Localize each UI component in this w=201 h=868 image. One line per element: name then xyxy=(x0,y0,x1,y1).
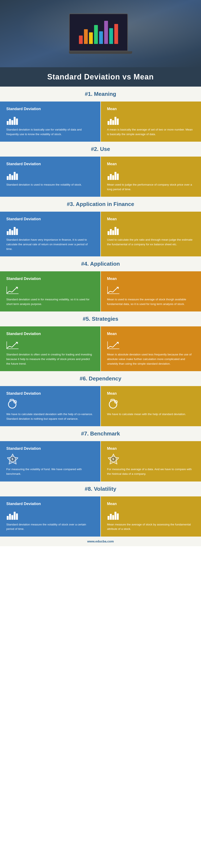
footer: www.educba.com xyxy=(0,536,201,546)
card-right-benchmark: Mean $ For measuring the average of a da… xyxy=(101,441,201,481)
card-text-right-volatility: Mean measure the average of stock by ass… xyxy=(107,522,195,531)
section-header-dependency: #6. Dependency xyxy=(0,371,201,386)
section-number-application-finance: #3. Application in Finance xyxy=(67,201,134,207)
card-text-right-application-finance: Used to calculate the p/e ratio and thro… xyxy=(107,238,195,247)
svg-rect-25 xyxy=(108,231,110,235)
card-icon-right-application xyxy=(107,284,120,294)
section-header-volatility: #8. Volatility xyxy=(0,482,201,496)
svg-rect-9 xyxy=(117,119,119,125)
svg-rect-28 xyxy=(115,227,116,235)
svg-rect-23 xyxy=(14,227,16,235)
card-title-right-meaning: Mean xyxy=(107,107,117,111)
svg-rect-18 xyxy=(115,172,116,180)
section-header-application: #4. Application xyxy=(0,256,201,271)
card-row-meaning: Standard Deviation Standard deviation is… xyxy=(0,101,201,142)
svg-rect-27 xyxy=(112,230,114,235)
card-text-left-application-finance: Standard deviation have very importance … xyxy=(6,238,94,251)
svg-rect-52 xyxy=(11,515,13,520)
card-title-left-volatility: Standard Deviation xyxy=(6,502,41,506)
card-text-left-benchmark: For measuring the volatility of fund. We… xyxy=(6,467,94,476)
card-icon-left-benchmark: $ xyxy=(6,454,19,464)
svg-rect-0 xyxy=(7,121,9,125)
card-left-strategies: Standard Deviation Standard deviation is… xyxy=(0,327,100,371)
svg-rect-8 xyxy=(115,117,116,125)
card-right-volatility: Mean Mean measure the average of stock b… xyxy=(101,496,201,536)
card-text-right-dependency: We have to calculate mean with the help … xyxy=(107,412,186,416)
card-icon-right-volatility xyxy=(107,509,120,520)
svg-rect-6 xyxy=(110,119,112,125)
svg-rect-4 xyxy=(16,119,18,125)
card-text-right-application: Mean is used to measure the average of s… xyxy=(107,297,195,306)
svg-rect-15 xyxy=(108,176,110,180)
card-title-right-dependency: Mean xyxy=(107,391,117,396)
card-text-left-volatility: Standard deviation measure the volatilit… xyxy=(6,522,94,531)
card-left-use: Standard Deviation Standard deviation is… xyxy=(0,157,100,197)
card-row-use: Standard Deviation Standard deviation is… xyxy=(0,157,201,197)
card-row-application-finance: Standard Deviation Standard deviation ha… xyxy=(0,212,201,256)
card-text-left-dependency: We have to calculate standard deviation … xyxy=(6,412,94,421)
card-left-volatility: Standard Deviation Standard deviation me… xyxy=(0,496,100,536)
svg-rect-20 xyxy=(7,231,9,235)
chart-graphic xyxy=(77,19,120,46)
card-title-left-meaning: Standard Deviation xyxy=(6,107,41,111)
card-title-left-benchmark: Standard Deviation xyxy=(6,446,41,451)
card-title-right-application: Mean xyxy=(107,277,117,281)
card-title-left-dependency: Standard Deviation xyxy=(6,391,41,396)
svg-rect-55 xyxy=(108,516,110,520)
svg-rect-3 xyxy=(14,117,16,125)
card-row-dependency: Standard Deviation ↑ We have to calculat… xyxy=(0,386,201,426)
card-icon-right-use xyxy=(107,169,120,180)
svg-rect-19 xyxy=(117,174,119,180)
card-title-right-volatility: Mean xyxy=(107,502,117,506)
svg-rect-26 xyxy=(110,229,112,235)
card-icon-left-use xyxy=(6,169,19,180)
section-number-dependency: #6. Dependency xyxy=(80,375,121,382)
card-text-left-strategies: Standard deviation is often used in crea… xyxy=(6,352,94,366)
svg-rect-5 xyxy=(108,121,110,125)
card-icon-left-dependency: ↑ xyxy=(6,399,19,409)
section-header-meaning: #1. Meaning xyxy=(0,87,201,101)
card-row-strategies: Standard Deviation Standard deviation is… xyxy=(0,327,201,371)
section-number-use: #2. Use xyxy=(91,146,110,152)
card-icon-left-meaning xyxy=(6,114,19,125)
svg-rect-51 xyxy=(9,514,11,520)
svg-rect-2 xyxy=(11,120,13,125)
svg-rect-50 xyxy=(7,516,9,520)
svg-rect-53 xyxy=(14,512,16,520)
svg-rect-16 xyxy=(110,174,112,180)
section-number-application: #4. Application xyxy=(81,260,120,267)
card-text-right-benchmark: For measuring the average of a data. And… xyxy=(107,467,195,476)
card-text-right-meaning: A mean is basically the average of set o… xyxy=(107,127,195,136)
svg-rect-17 xyxy=(112,175,114,180)
card-row-volatility: Standard Deviation Standard deviation me… xyxy=(0,496,201,536)
card-text-left-use: Standard deviation is used to measure th… xyxy=(6,182,82,187)
card-text-left-application: Standard deviation used in for measuring… xyxy=(6,297,94,306)
main-title: Standard Deviation vs Mean xyxy=(8,72,193,81)
laptop-base xyxy=(69,51,132,54)
section-header-strategies: #5. Strategies xyxy=(0,311,201,327)
card-title-left-application: Standard Deviation xyxy=(6,277,41,281)
laptop-screen xyxy=(69,13,128,51)
card-left-benchmark: Standard Deviation $ For measuring the v… xyxy=(0,441,100,481)
card-left-application: Standard Deviation Standard deviation us… xyxy=(0,271,100,311)
card-icon-right-meaning xyxy=(107,114,120,125)
section-number-benchmark: #7. Benchmark xyxy=(81,430,120,437)
card-icon-right-application-finance xyxy=(107,224,120,235)
svg-rect-56 xyxy=(110,514,112,520)
card-left-dependency: Standard Deviation ↑ We have to calculat… xyxy=(0,386,100,426)
section-header-application-finance: #3. Application in Finance xyxy=(0,197,201,212)
svg-rect-21 xyxy=(9,229,11,235)
svg-text:↑: ↑ xyxy=(15,401,16,403)
card-right-meaning: Mean A mean is basically the average of … xyxy=(101,101,201,142)
card-right-application-finance: Mean Used to calculate the p/e ratio and… xyxy=(101,212,201,256)
svg-rect-58 xyxy=(115,512,116,520)
card-icon-right-dependency: ↑ xyxy=(107,399,120,409)
card-icon-left-volatility xyxy=(6,509,19,520)
card-text-left-meaning: Standard deviation is basically use for … xyxy=(6,127,94,136)
section-number-strategies: #5. Strategies xyxy=(83,316,118,322)
card-right-strategies: Mean Mean is absolute deviation used les… xyxy=(101,327,201,371)
svg-rect-57 xyxy=(112,515,114,520)
section-number-volatility: #8. Volatility xyxy=(85,486,116,492)
hero-background xyxy=(0,0,201,67)
svg-rect-22 xyxy=(11,230,13,235)
